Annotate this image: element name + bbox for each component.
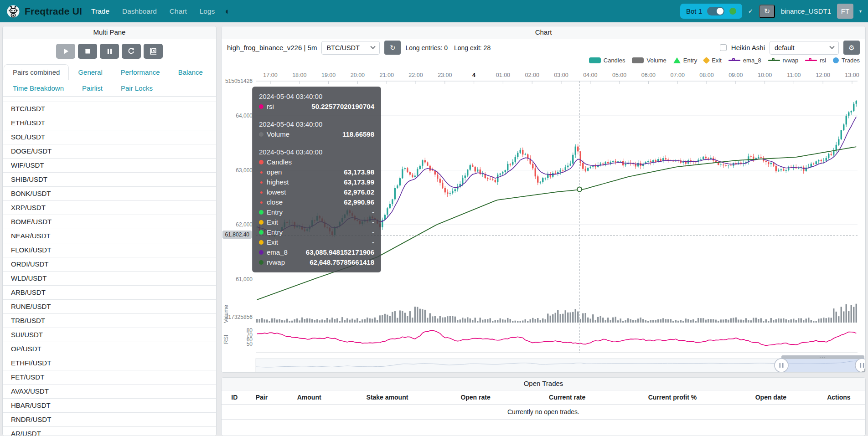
tooltip-label: highest	[267, 177, 289, 187]
pair-list-item[interactable]: SOL/USDT	[3, 130, 216, 144]
pair-list-item[interactable]: ETHFI/USDT	[3, 356, 216, 370]
trades-swatch-icon	[833, 57, 839, 63]
legend-label: rvwap	[783, 57, 799, 64]
pair-list-item[interactable]: OP/USDT	[3, 342, 216, 356]
time-axis-label: 02:00	[525, 72, 539, 78]
tooltip-row-candles: Candles	[259, 157, 374, 167]
legend-item-candles[interactable]: Candles	[589, 57, 625, 64]
pair-list-item[interactable]: WIF/USDT	[3, 158, 216, 172]
chart-panel-title: Chart	[222, 26, 865, 39]
pair-list-item[interactable]: HBAR/USDT	[3, 398, 216, 412]
global-reload-button[interactable]: ↻	[759, 5, 775, 18]
tooltip-row-highest: highest63,173.99	[259, 177, 374, 187]
multi-pane-tabs: Pairs combinedGeneralPerformanceBalanceT…	[3, 64, 216, 97]
tab-pair-locks[interactable]: Pair Locks	[112, 80, 162, 96]
pair-list-item[interactable]: BTC/USDT	[3, 102, 216, 116]
tab-time-breakdown[interactable]: Time Breakdown	[4, 80, 73, 96]
pair-list-item[interactable]: AR/USDT	[3, 426, 216, 436]
tooltip-label: Exit	[267, 237, 278, 247]
datazoom-track[interactable]	[256, 359, 863, 372]
tooltip-value: 63,173.99	[344, 177, 374, 187]
tab-balance[interactable]: Balance	[169, 64, 212, 80]
nav-link-chart[interactable]: Chart	[170, 7, 187, 15]
nav-link-dashboard[interactable]: Dashboard	[122, 7, 157, 15]
ema_8-swatch-icon	[728, 60, 740, 61]
tooltip-row-close: close62,990.96	[259, 197, 374, 207]
delete-logs-bot-button[interactable]	[144, 44, 163, 59]
rsi-swatch-icon	[805, 60, 817, 61]
avatar[interactable]: FT	[837, 4, 853, 19]
reload-bot-button[interactable]	[122, 44, 141, 59]
tooltip-row-ema_8: ema_863,085.948152171906	[259, 247, 374, 257]
candles-swatch-icon	[589, 57, 601, 63]
tooltip-value: 63,173.98	[344, 167, 374, 177]
legend-item-rvwap[interactable]: rvwap	[768, 57, 799, 64]
tooltip-value: 118.66598	[342, 129, 374, 139]
time-axis-label: 18:00	[292, 72, 306, 78]
time-axis-label: 07:00	[671, 72, 685, 78]
price-axis-label: 63,000	[236, 167, 253, 174]
legend-item-trades[interactable]: Trades	[833, 57, 860, 64]
pause-bot-button[interactable]	[100, 44, 119, 59]
reload-icon	[128, 47, 135, 55]
pair-list-item[interactable]: SHIB/USDT	[3, 172, 216, 186]
legend-item-entry[interactable]: Entry	[673, 57, 697, 64]
datazoom-left-handle[interactable]	[775, 359, 788, 372]
pair-list-item[interactable]: ARB/USDT	[3, 285, 216, 299]
tooltip-row-exit: Exit-	[259, 217, 374, 227]
pair-list-item[interactable]: XRP/USDT	[3, 200, 216, 215]
pair-list-item[interactable]: FLOKI/USDT	[3, 243, 216, 257]
tooltip-row-volume: Volume118.66598	[259, 129, 374, 139]
bot-toggle[interactable]	[707, 7, 724, 15]
nav-link-trade[interactable]: Trade	[91, 7, 109, 15]
datazoom-selection[interactable]	[781, 359, 862, 372]
tab-general[interactable]: General	[69, 64, 111, 80]
legend-label: Volume	[646, 57, 666, 64]
chart-refresh-button[interactable]: ↻	[384, 41, 401, 55]
pair-list-item[interactable]: AVAX/USDT	[3, 384, 216, 398]
pair-select[interactable]: BTC/USDT	[321, 41, 380, 55]
price-axis-label: 62,000	[236, 221, 253, 228]
stop-bot-button[interactable]	[78, 44, 97, 59]
pair-list-item[interactable]: TRB/USDT	[3, 313, 216, 328]
plot-config-select[interactable]: default	[770, 41, 839, 55]
pair-list-item[interactable]: NEAR/USDT	[3, 229, 216, 243]
plot-settings-button[interactable]: ⚙	[843, 41, 860, 55]
play-bot-button[interactable]	[56, 44, 75, 59]
tooltip-row-lowest: lowest62,976.02	[259, 187, 374, 197]
tooltip-section: 2024-05-04 03:40:00Volume118.66598	[259, 119, 374, 139]
legend-label: rsi	[820, 57, 826, 64]
pair-list-item[interactable]: FET/USDT	[3, 370, 216, 384]
series-marker-icon	[259, 210, 264, 215]
pair-list-item[interactable]: RUNE/USDT	[3, 299, 216, 313]
pair-list-item[interactable]: SUI/USDT	[3, 328, 216, 342]
heikin-ashi-checkbox[interactable]	[720, 44, 727, 51]
legend-item-exit[interactable]: Exit	[704, 57, 722, 64]
pair-list-item[interactable]: WLD/USDT	[3, 271, 216, 285]
pair-list-item[interactable]: ETH/USDT	[3, 116, 216, 130]
chevron-down-icon[interactable]: ▾	[859, 9, 862, 14]
time-axis-label: 04:00	[583, 72, 597, 78]
pair-list-item[interactable]: RNDR/USDT	[3, 412, 216, 426]
legend-item-ema_8[interactable]: ema_8	[728, 57, 761, 64]
nav-link-logs[interactable]: Logs	[200, 7, 215, 15]
rsi-axis-label: 50	[247, 341, 253, 347]
pair-list-item[interactable]: ORDI/USDT	[3, 257, 216, 271]
crosshair-price-tag: 61,802.40	[222, 231, 252, 239]
pair-list-item[interactable]: BOME/USDT	[3, 215, 216, 229]
tab-pairs-combined[interactable]: Pairs combined	[4, 64, 69, 80]
gear-icon: ⚙	[848, 44, 854, 52]
bot-selector[interactable]: Bot 1	[680, 4, 742, 19]
pause-icon	[107, 48, 113, 54]
theme-toggle-icon[interactable]: ◐	[225, 6, 230, 16]
long-exit-count: Long exit: 28	[454, 44, 491, 51]
tab-pairlist[interactable]: Pairlist	[73, 80, 112, 96]
series-marker-icon	[259, 132, 264, 137]
candlestick-chart[interactable]: CandlesVolumeEntryExitema_8rvwaprsiTrade…	[222, 56, 865, 373]
multi-pane-title: Multi Pane	[3, 26, 216, 39]
legend-item-rsi[interactable]: rsi	[805, 57, 826, 64]
tab-performance[interactable]: Performance	[112, 64, 169, 80]
pair-list-item[interactable]: DOGE/USDT	[3, 144, 216, 158]
legend-item-volume[interactable]: Volume	[632, 57, 666, 64]
pair-list-item[interactable]: BONK/USDT	[3, 186, 216, 200]
